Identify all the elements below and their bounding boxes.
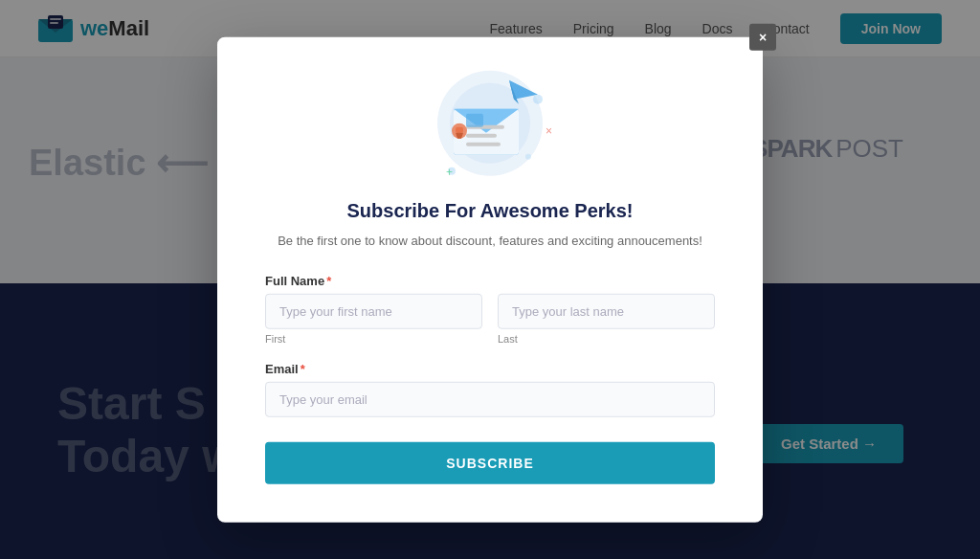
last-name-input[interactable] — [498, 293, 715, 328]
background-page: weMail Features Pricing Blog Docs Contac… — [0, 0, 980, 559]
svg-point-18 — [525, 154, 531, 160]
email-illustration: × + — [413, 47, 567, 181]
svg-rect-11 — [466, 134, 497, 138]
subscribe-button[interactable]: SUBSCRIBE — [265, 441, 715, 483]
svg-point-17 — [533, 95, 543, 104]
subscribe-modal: × — [217, 37, 763, 523]
email-label: Email* — [265, 361, 715, 375]
first-name-sublabel: First — [265, 332, 482, 344]
modal-illustration: × + — [265, 28, 715, 181]
last-name-col: Last — [498, 293, 715, 344]
last-name-sublabel: Last — [498, 332, 715, 344]
svg-rect-20 — [456, 127, 463, 133]
svg-text:×: × — [546, 124, 552, 138]
first-name-col: First — [265, 293, 482, 344]
svg-text:+: + — [446, 166, 453, 179]
email-input[interactable] — [265, 381, 715, 416]
full-name-label: Full Name* — [265, 273, 715, 287]
svg-rect-13 — [466, 114, 483, 127]
email-group: Email* — [265, 361, 715, 416]
svg-rect-12 — [466, 143, 501, 146]
modal-subtitle: Be the first one to know about discount,… — [265, 232, 715, 251]
first-name-input[interactable] — [265, 293, 482, 328]
required-star-email: * — [301, 361, 305, 375]
required-star-name: * — [326, 273, 331, 287]
name-row: First Last — [265, 293, 715, 344]
modal-close-button[interactable]: × — [749, 24, 776, 51]
modal-title: Subscribe For Awesome Perks! — [265, 200, 715, 222]
full-name-group: Full Name* First Last — [265, 273, 715, 344]
